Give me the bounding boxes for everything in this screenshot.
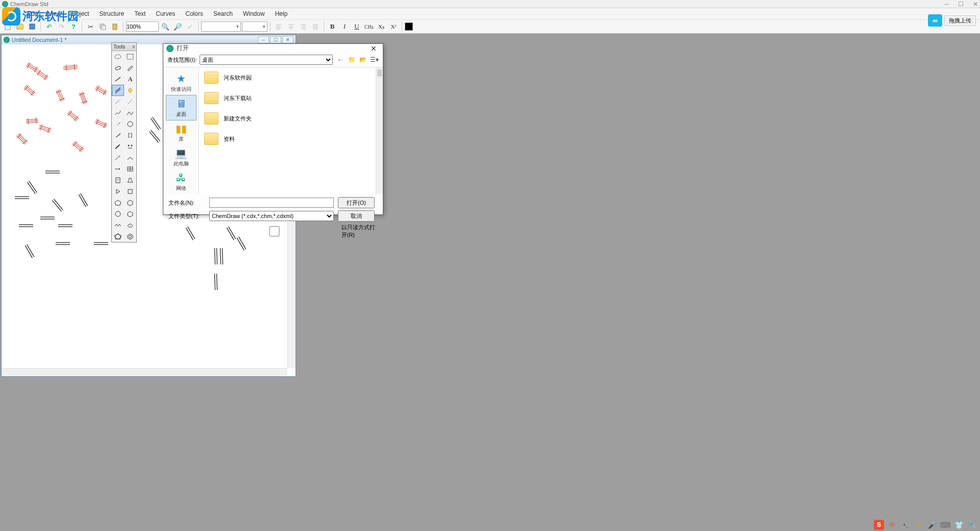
align-justify-button[interactable]	[310, 21, 321, 32]
close-button[interactable]: ✕	[973, 1, 978, 8]
paste-button[interactable]	[109, 21, 120, 32]
new-file-button[interactable]	[2, 21, 13, 32]
place-quickaccess[interactable]: ★快速访问	[166, 70, 197, 95]
hash-bond-tool[interactable]	[124, 96, 136, 107]
multibond-tool[interactable]	[112, 85, 124, 96]
hexagon-tool[interactable]	[124, 197, 136, 208]
table-tool[interactable]	[124, 163, 136, 175]
play-icon[interactable]	[112, 186, 124, 197]
wedge-tool[interactable]	[112, 118, 124, 130]
file-item[interactable]: 河东软件园	[199, 67, 383, 88]
doc-close-button[interactable]: ✕	[282, 36, 293, 43]
dialog-titlebar[interactable]: 打开 ✕	[163, 44, 383, 53]
chain-tool[interactable]	[124, 107, 136, 118]
help-icon[interactable]: ?	[68, 21, 79, 32]
align-left-button[interactable]	[273, 21, 284, 32]
emoji-icon[interactable]: ☺	[914, 520, 924, 530]
file-item[interactable]: 河东下载站	[199, 88, 383, 108]
lasso-tool[interactable]	[112, 51, 124, 62]
arc-tool[interactable]	[124, 152, 136, 163]
menu-window[interactable]: Window	[239, 9, 269, 18]
zoom-select[interactable]	[126, 21, 159, 32]
arrow-tool[interactable]	[112, 152, 124, 163]
pentagon-bold-tool[interactable]	[112, 231, 124, 242]
minimize-button[interactable]: ─	[944, 1, 949, 8]
sogou-ime-icon[interactable]: S	[874, 520, 884, 530]
marquee-tool[interactable]	[124, 51, 136, 62]
zoom-in-button[interactable]: 🔎	[172, 21, 183, 32]
filename-input[interactable]	[209, 198, 334, 208]
cyclohexane-tool[interactable]	[124, 208, 136, 220]
mic-icon[interactable]: 🎤	[927, 520, 937, 530]
filetype-select[interactable]: ChemDraw (*.cdx,*.chm,*.cdxml)	[209, 211, 334, 221]
flask-tool[interactable]	[124, 175, 136, 186]
skin-icon[interactable]: 👕	[953, 520, 964, 530]
doc-minimize-button[interactable]: ─	[258, 36, 269, 43]
pentagon-tool[interactable]	[112, 197, 124, 208]
undo-button[interactable]: ↶	[43, 21, 55, 32]
ime-lang-icon[interactable]: 中	[887, 520, 897, 530]
menu-text[interactable]: Text	[130, 9, 150, 18]
up-button[interactable]: 📁	[347, 55, 356, 64]
ring-tool[interactable]	[124, 118, 136, 130]
circle-tool[interactable]	[112, 208, 124, 220]
pen-tool[interactable]	[124, 62, 136, 74]
zigzag-tool[interactable]	[112, 220, 124, 231]
subscript-button[interactable]: X₂	[376, 21, 387, 32]
cancel-button[interactable]: 取消	[338, 210, 375, 222]
menu-colors[interactable]: Colors	[181, 9, 207, 18]
text-tool[interactable]: A	[124, 74, 136, 85]
place-desktop[interactable]: 🖥桌面	[166, 95, 197, 120]
bold-button[interactable]: B	[327, 21, 338, 32]
zoom-out-button[interactable]: 🔍	[160, 21, 171, 32]
save-button[interactable]	[27, 21, 38, 32]
menu-file[interactable]: File	[3, 9, 21, 18]
file-list-scrollbar[interactable]	[376, 67, 383, 194]
redo-button[interactable]: ↷	[56, 21, 67, 32]
cut-button[interactable]: ✂	[85, 21, 96, 32]
hollow-wedge-tool[interactable]	[112, 130, 124, 141]
italic-button[interactable]: I	[339, 21, 350, 32]
maximize-button[interactable]: ☐	[958, 1, 964, 8]
hexagon-chair-tool[interactable]	[124, 220, 136, 231]
align-right-button[interactable]	[298, 21, 309, 32]
toolbox-icon[interactable]: 🔧	[967, 520, 977, 530]
tools-palette[interactable]: Tools ≡ A	[111, 42, 137, 243]
back-button[interactable]: ←	[336, 55, 345, 64]
open-button[interactable]: 打开(O)	[338, 197, 375, 208]
size-select[interactable]	[242, 21, 267, 32]
benzene-tool[interactable]	[124, 231, 136, 242]
new-folder-button[interactable]: 📂	[358, 55, 368, 64]
bracket-tool[interactable]	[124, 130, 136, 141]
file-item[interactable]: 新建文件夹	[199, 108, 383, 129]
ime-punct-icon[interactable]: •,	[900, 520, 911, 530]
color-swatch[interactable]	[405, 22, 413, 31]
check-button[interactable]: ✓	[184, 21, 195, 32]
superscript-button[interactable]: X²	[388, 21, 399, 32]
view-menu-button[interactable]: ☰▾	[370, 55, 379, 64]
bond-tool[interactable]	[112, 74, 124, 85]
copy-button[interactable]	[97, 21, 108, 32]
place-thispc[interactable]: 💻此电脑	[166, 145, 197, 170]
reaction-arrow-tool[interactable]	[112, 163, 124, 175]
radical-tool[interactable]	[124, 141, 136, 152]
tools-palette-title[interactable]: Tools ≡	[112, 43, 136, 51]
tlc-tool[interactable]	[112, 175, 124, 186]
open-file-button[interactable]	[14, 21, 26, 32]
file-list[interactable]: 河东软件园 河东下载站 新建文件夹 资料	[199, 67, 383, 194]
menu-structure[interactable]: Structure	[95, 9, 129, 18]
dialog-close-button[interactable]: ✕	[368, 44, 380, 53]
align-center-button[interactable]	[285, 21, 297, 32]
menu-search[interactable]: Search	[209, 9, 237, 18]
keyboard-icon[interactable]: ⌨	[940, 520, 950, 530]
formula-button[interactable]: CH₂	[363, 21, 375, 32]
place-network[interactable]: 🖧网络	[166, 170, 197, 194]
menu-object[interactable]: Object	[67, 9, 93, 18]
arrow-bold-tool[interactable]	[112, 141, 124, 152]
place-library[interactable]: ▮▮库	[166, 120, 197, 145]
eraser-tool[interactable]	[112, 62, 124, 74]
underline-button[interactable]: U	[351, 21, 362, 32]
lookin-select[interactable]: 桌面	[200, 55, 333, 65]
file-item[interactable]: 资料	[199, 129, 383, 149]
upload-badge[interactable]: ∞ 拖拽上传	[928, 14, 976, 27]
